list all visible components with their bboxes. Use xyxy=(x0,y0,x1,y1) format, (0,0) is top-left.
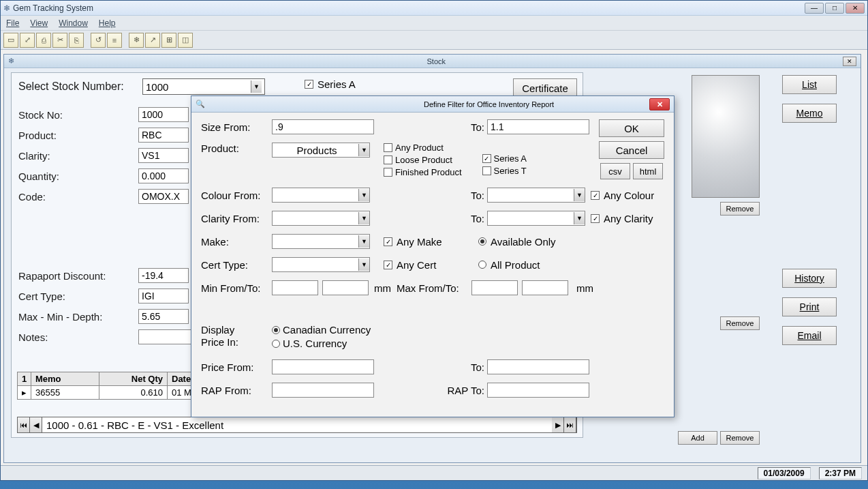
size-from-input[interactable] xyxy=(272,119,374,134)
price-to-input[interactable] xyxy=(487,359,589,374)
toolbar-btn-3[interactable]: ⎙ xyxy=(36,33,51,48)
quantity-field[interactable] xyxy=(138,168,189,183)
maximize-button[interactable]: □ xyxy=(825,3,844,14)
certtype-field[interactable] xyxy=(138,288,189,303)
any-product-checkbox[interactable] xyxy=(384,143,392,152)
product-select[interactable]: Products▼ xyxy=(272,143,370,158)
clarity-from-select[interactable]: ▼ xyxy=(272,211,370,226)
toolbar: ▭ ⤢ ⎙ ✂ ⎘ ↺ ≡ ❄ ↗ ⊞ ◫ xyxy=(1,31,867,50)
menu-window[interactable]: Window xyxy=(59,18,88,28)
remove-image-button[interactable]: Remove xyxy=(720,202,760,216)
grid-col-netqty[interactable]: Net Qty xyxy=(99,372,168,385)
code-field[interactable] xyxy=(138,189,189,204)
stock-icon: ❄ xyxy=(8,57,424,65)
csv-button[interactable]: csv xyxy=(600,163,630,179)
nav-prev-button[interactable]: ◀ xyxy=(30,417,42,432)
remove-button-2[interactable]: Remove xyxy=(720,316,760,330)
toolbar-btn-2[interactable]: ⤢ xyxy=(20,33,35,48)
grid-col-memo[interactable]: Memo xyxy=(31,372,99,385)
stockno-field[interactable] xyxy=(138,107,189,122)
price-from-label: Price From: xyxy=(201,361,272,373)
colour-from-select[interactable]: ▼ xyxy=(272,188,370,203)
stock-number-select[interactable]: 1000 ▼ xyxy=(142,78,265,95)
toolbar-btn-10[interactable]: ⊞ xyxy=(161,33,176,48)
all-product-label: All Product xyxy=(491,259,540,271)
stock-title-text: Stock xyxy=(427,57,843,65)
cancel-button[interactable]: Cancel xyxy=(599,141,664,159)
add-button[interactable]: Add xyxy=(678,431,717,445)
us-currency-radio[interactable] xyxy=(272,340,280,348)
filter-dialog: 🔍 Define Filter for Office Inventory Rep… xyxy=(191,95,675,417)
any-cert-label: Any Cert xyxy=(397,259,478,271)
make-select[interactable]: ▼ xyxy=(272,234,370,249)
clarity-field[interactable] xyxy=(138,148,189,163)
toolbar-btn-11[interactable]: ◫ xyxy=(178,33,193,48)
finished-product-label: Finished Product xyxy=(395,167,462,177)
series-a-filter-checkbox[interactable]: ✓ xyxy=(482,154,491,163)
html-button[interactable]: html xyxy=(633,163,663,179)
nav-record-text: 1000 - 0.61 - RBC - E - VS1 - Excellent xyxy=(42,419,552,431)
price-from-input[interactable] xyxy=(272,359,374,374)
close-button[interactable]: ✕ xyxy=(846,3,865,14)
toolbar-btn-4[interactable]: ✂ xyxy=(52,33,67,48)
quantity-label: Quantity: xyxy=(18,171,138,182)
loose-product-checkbox[interactable] xyxy=(384,155,392,164)
email-button[interactable]: Email xyxy=(782,326,837,345)
menu-help[interactable]: Help xyxy=(99,18,116,28)
action-panel: List Memo History Print Email xyxy=(765,75,854,355)
toolbar-btn-7[interactable]: ≡ xyxy=(107,33,122,48)
nav-last-button[interactable]: ⏭ xyxy=(564,417,576,432)
colour-to-select[interactable]: ▼ xyxy=(487,188,585,203)
grid-row-selector: ▸ xyxy=(18,386,31,399)
min-fromto-label: Min From/To: xyxy=(201,282,272,294)
menu-file[interactable]: File xyxy=(6,18,19,28)
list-button[interactable]: List xyxy=(782,75,837,94)
remove-button-3[interactable]: Remove xyxy=(720,431,760,445)
display-price-label: DisplayPrice In: xyxy=(201,324,272,349)
clarity-to-select[interactable]: ▼ xyxy=(487,211,585,226)
size-to-input[interactable] xyxy=(487,119,589,134)
toolbar-btn-9[interactable]: ↗ xyxy=(145,33,160,48)
print-button[interactable]: Print xyxy=(782,297,837,316)
max-from-input[interactable] xyxy=(471,280,518,295)
minimize-button[interactable]: — xyxy=(805,3,824,14)
toolbar-btn-6[interactable]: ↺ xyxy=(91,33,106,48)
menu-view[interactable]: View xyxy=(30,18,48,28)
toolbar-btn-1[interactable]: ▭ xyxy=(3,33,18,48)
toolbar-btn-8[interactable]: ❄ xyxy=(129,33,144,48)
min-to-input[interactable] xyxy=(322,280,369,295)
min-from-input[interactable] xyxy=(272,280,318,295)
series-a-checkbox[interactable]: ✓ xyxy=(305,80,313,89)
dropdown-arrow-icon: ▼ xyxy=(251,80,262,93)
series-t-filter-checkbox[interactable] xyxy=(482,166,491,175)
ok-button[interactable]: OK xyxy=(599,119,664,137)
any-clarity-checkbox[interactable]: ✓ xyxy=(591,214,600,223)
finished-product-checkbox[interactable] xyxy=(384,168,392,177)
nav-first-button[interactable]: ⏮ xyxy=(18,417,30,432)
rap-from-input[interactable] xyxy=(272,383,374,398)
rap-to-input[interactable] xyxy=(487,383,589,398)
any-colour-checkbox[interactable]: ✓ xyxy=(591,191,600,200)
grid-col-selector[interactable]: 1 xyxy=(18,372,31,385)
certtype-select[interactable]: ▼ xyxy=(272,257,370,272)
mm-unit-2: mm xyxy=(576,282,593,294)
cad-currency-radio[interactable] xyxy=(272,326,280,334)
product-field[interactable] xyxy=(138,128,189,143)
record-navigator: ⏮ ◀ 1000 - 0.61 - RBC - E - VS1 - Excell… xyxy=(17,417,577,433)
dialog-close-button[interactable]: ✕ xyxy=(649,98,670,110)
mmd-field[interactable] xyxy=(138,309,189,324)
stock-close-button[interactable]: ✕ xyxy=(843,57,856,66)
certificate-button[interactable]: Certificate xyxy=(513,78,577,98)
rap-discount-field[interactable] xyxy=(138,268,189,283)
all-product-radio[interactable] xyxy=(478,261,486,269)
any-cert-checkbox[interactable]: ✓ xyxy=(384,261,392,269)
notes-label: Notes: xyxy=(18,331,138,343)
memo-button[interactable]: Memo xyxy=(782,104,837,123)
toolbar-btn-5[interactable]: ⎘ xyxy=(69,33,84,48)
any-make-checkbox[interactable]: ✓ xyxy=(384,237,392,246)
nav-next-button[interactable]: ▶ xyxy=(552,417,564,432)
max-to-input[interactable] xyxy=(522,280,568,295)
history-button[interactable]: History xyxy=(782,269,837,288)
menu-bar: File View Window Help xyxy=(1,16,867,31)
available-only-radio[interactable] xyxy=(478,237,486,246)
